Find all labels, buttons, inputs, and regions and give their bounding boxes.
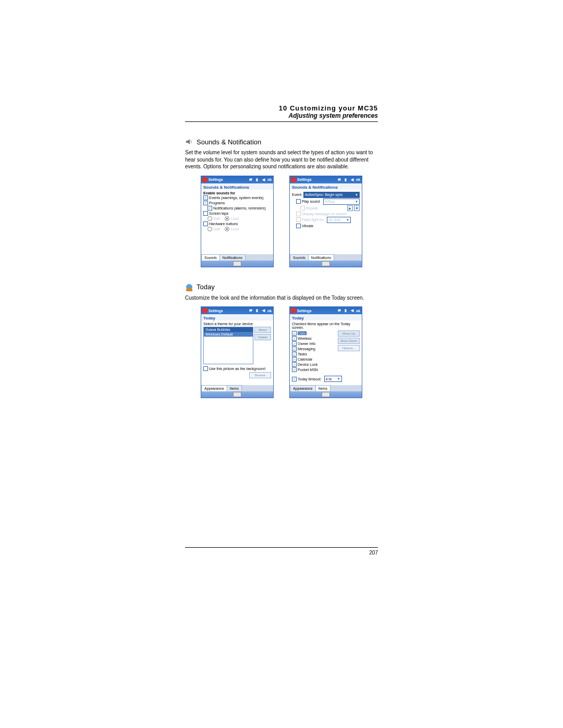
hwbuttons-label: Hardware buttons: [209, 222, 238, 226]
play-button[interactable]: ▶: [347, 205, 353, 211]
event-dropdown[interactable]: ActiveSync: Begin sync▼: [303, 192, 360, 198]
signal-icon: ▮: [343, 177, 348, 182]
theme-item-selected[interactable]: Guava Bubbles: [204, 327, 253, 332]
notifications-checkbox[interactable]: [207, 206, 212, 211]
usepicture-label: Use this picture as the background: [209, 367, 265, 371]
start-flag-icon: [291, 308, 296, 313]
notifications-label: Notifications (alarms, reminders): [213, 206, 266, 210]
flash-dropdown[interactable]: No limit▼: [327, 217, 351, 223]
devicelock-label: Device Lock: [298, 363, 317, 366]
playsound-checkbox[interactable]: [296, 199, 301, 204]
screenshot-today-items: Settings ⇄ ▮ ◀ ok Today Checked items ap…: [289, 306, 362, 398]
moveup-button[interactable]: Move Up: [338, 330, 360, 337]
usepicture-checkbox[interactable]: [203, 366, 208, 371]
tab-appearance[interactable]: Appearance: [290, 385, 316, 391]
event-label: Event:: [292, 193, 302, 196]
screenshot-today-appearance: Settings ⇄ ▮ ◀ ok Today Select a theme f…: [201, 306, 274, 398]
signal-icon: ▮: [254, 177, 260, 182]
hwbuttons-soft-radio[interactable]: [207, 227, 212, 231]
ok-button[interactable]: ok: [267, 177, 272, 182]
flash-value: No limit: [328, 218, 340, 221]
soft-label-2: Soft: [213, 227, 219, 231]
keyboard-icon[interactable]: [322, 392, 330, 397]
signal-icon: ▮: [343, 308, 348, 313]
tab-items[interactable]: Items: [227, 385, 242, 391]
date-checkbox[interactable]: [292, 331, 297, 336]
repeat-checkbox[interactable]: [300, 206, 305, 211]
start-flag-icon: [202, 177, 207, 182]
delete-button[interactable]: Delete: [254, 334, 271, 340]
calendar-checkbox[interactable]: [292, 357, 297, 362]
keyboard-icon[interactable]: [233, 392, 241, 397]
playsound-label: Play sound: [302, 200, 320, 203]
tasks-checkbox[interactable]: [292, 352, 297, 356]
connectivity-icon: ⇄: [337, 308, 342, 313]
ownerinfo-label: Owner Info: [298, 342, 315, 346]
vibrate-checkbox[interactable]: [296, 224, 301, 228]
tab-items[interactable]: Items: [315, 385, 331, 391]
loud-label: Loud: [230, 217, 239, 220]
devicelock-checkbox[interactable]: [292, 362, 297, 367]
flash-checkbox[interactable]: [296, 217, 301, 222]
today-icon: [185, 283, 193, 291]
keyboard-icon[interactable]: [233, 261, 241, 266]
vibrate-label: Vibrate: [302, 224, 313, 228]
wireless-checkbox[interactable]: [292, 336, 297, 341]
ownerinfo-checkbox[interactable]: [292, 341, 297, 346]
screentaps-soft-radio[interactable]: [207, 216, 212, 221]
tab-notifications[interactable]: Notifications: [308, 254, 334, 261]
calendar-label: Calendar: [298, 357, 312, 361]
hwbuttons-checkbox[interactable]: [203, 221, 208, 226]
movedown-button[interactable]: Move Down: [338, 338, 360, 344]
titlebar-label: Settings: [297, 309, 312, 313]
theme-listbox[interactable]: Guava Bubbles Windows Default: [203, 327, 253, 364]
pocketmsn-label: Pocket MSN: [298, 368, 318, 372]
theme-item[interactable]: Windows Default: [204, 332, 253, 337]
panel-subhead: Sounds & Notifications: [201, 183, 273, 190]
start-flag-icon: [202, 308, 207, 313]
chapter-subtitle: Adjusting system preferences: [185, 112, 378, 119]
titlebar-label: Settings: [209, 178, 223, 181]
ok-button[interactable]: ok: [356, 177, 361, 182]
tab-appearance[interactable]: Appearance: [201, 385, 227, 391]
start-flag-icon: [291, 177, 296, 182]
tab-notifications[interactable]: Notifications: [219, 254, 246, 261]
connectivity-icon: ⇄: [337, 177, 342, 182]
section-body-sounds: Set the volume level for system sounds a…: [185, 149, 378, 170]
options-button[interactable]: Options...: [338, 345, 360, 351]
enable-sounds-heading: Enable sounds for: [203, 191, 271, 195]
ok-button[interactable]: ok: [267, 308, 272, 313]
titlebar-label: Settings: [209, 309, 223, 313]
theme-prompt: Select a theme for your device:: [203, 322, 271, 326]
repeat-label: Repeat: [306, 206, 318, 210]
hwbuttons-loud-radio[interactable]: [225, 227, 229, 231]
pocketmsn-checkbox[interactable]: [292, 367, 297, 372]
connectivity-icon: ⇄: [248, 308, 253, 313]
items-prompt: Checked items appear on the Today screen…: [292, 322, 360, 329]
tab-sounds[interactable]: Sounds: [290, 254, 309, 261]
messaging-label: Messaging: [298, 347, 315, 351]
volume-icon: ◀: [349, 308, 354, 313]
browse-button[interactable]: Browse: [249, 372, 271, 378]
timeout-checkbox[interactable]: [292, 377, 297, 381]
titlebar-label: Settings: [297, 178, 312, 181]
panel-subhead: Sounds & Notifications: [290, 183, 362, 190]
beam-button[interactable]: Beam: [254, 327, 271, 333]
sound-dropdown[interactable]: Infbeg▼: [323, 199, 360, 205]
screentaps-loud-radio[interactable]: [225, 216, 229, 221]
keyboard-icon[interactable]: [322, 261, 330, 266]
events-checkbox[interactable]: [203, 195, 208, 200]
programs-checkbox[interactable]: [203, 201, 208, 205]
timeout-value: 4 hr: [326, 377, 332, 381]
screentaps-checkbox[interactable]: [203, 211, 208, 216]
messaging-checkbox[interactable]: [292, 347, 297, 351]
tab-sounds[interactable]: Sounds: [201, 254, 220, 261]
section-body-today: Customize the look and the information t…: [185, 294, 378, 302]
timeout-dropdown[interactable]: 4 hr▼: [324, 376, 342, 382]
displaymsg-checkbox[interactable]: [296, 212, 301, 216]
ok-button[interactable]: ok: [356, 308, 361, 313]
soft-label: Soft: [213, 217, 219, 220]
section-title-sounds: Sounds & Notification: [197, 138, 261, 146]
panel-subhead: Today: [290, 314, 362, 320]
stop-button[interactable]: ■: [354, 205, 360, 211]
